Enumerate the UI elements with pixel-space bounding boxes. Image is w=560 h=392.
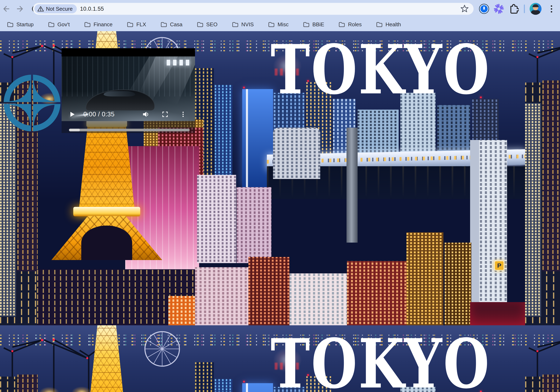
bookmark-folder-nvis[interactable]: NVIS (230, 20, 256, 29)
aircraft-warning-light (243, 381, 245, 382)
city-background-tile: P TOKYO (0, 325, 525, 392)
city-building (542, 80, 560, 271)
extensions-puzzle-icon (509, 4, 519, 14)
folder-icon (303, 21, 310, 27)
security-chip-label: Not Secure (46, 6, 73, 12)
bookmark-label: NVIS (241, 21, 254, 28)
profile-avatar[interactable] (530, 3, 541, 15)
bookmark-folder-casa[interactable]: Casa (159, 20, 184, 29)
city-building (17, 374, 38, 392)
video-seek-progress (69, 129, 80, 131)
city-background-tile: P TOKYO (525, 31, 560, 325)
city-building (168, 296, 197, 325)
play-icon (69, 111, 76, 118)
bookmark-label: Casa (170, 21, 182, 28)
tower-light-streak (246, 89, 248, 187)
city-building (542, 374, 560, 392)
city-building (215, 85, 232, 184)
bookmark-label: Startup (16, 21, 34, 28)
bookmark-label: Health (386, 21, 401, 28)
city-building (237, 187, 271, 263)
city-building (195, 267, 248, 325)
browser-window: Not Secure 10.0.1.55 (0, 0, 560, 392)
bookmark-folder-govt[interactable]: Gov't (46, 20, 71, 29)
mute-button[interactable] (140, 109, 151, 120)
back-icon (1, 4, 10, 13)
curved-white-building (273, 128, 320, 179)
bookmark-folder-finance[interactable]: Finance (82, 20, 114, 29)
garage-lights (167, 60, 189, 66)
toolbar-divider (524, 5, 525, 13)
video-controls: 0:00 / 0:35 (61, 109, 195, 120)
bookmark-label: Finance (94, 21, 113, 28)
browser-toolbar: Not Secure 10.0.1.55 (0, 0, 560, 18)
video-frame: 0:00 / 0:35 (61, 48, 195, 121)
video-overflow-menu-button[interactable] (178, 109, 189, 120)
aircraft-warning-light (243, 87, 245, 88)
folder-icon (127, 21, 133, 27)
folder-icon (339, 21, 345, 27)
concrete-pylon (347, 128, 358, 243)
bookmark-folder-seo[interactable]: SEO (195, 20, 219, 29)
red-lit-buildings (470, 302, 525, 325)
bookmark-label: Misc (278, 21, 289, 28)
bookmarks-bar: Startup Gov't Finance FLX Casa SEO NVIS … (0, 18, 560, 31)
password-manager-extension-button[interactable] (479, 3, 489, 14)
bookmark-folder-startup[interactable]: Startup (5, 20, 35, 29)
city-building (290, 273, 347, 325)
speaker-icon (142, 110, 150, 118)
tokyo-tower (68, 325, 146, 392)
forward-button[interactable] (16, 4, 25, 14)
city-building (0, 103, 16, 316)
chrome-menu-button[interactable] (546, 4, 556, 14)
video-time-display: 0:00 / 0:35 (83, 111, 115, 118)
play-button[interactable] (67, 109, 78, 120)
avatar-hair (532, 4, 539, 7)
security-chip[interactable]: Not Secure (34, 4, 77, 13)
city-building (406, 232, 443, 325)
extensions-menu-button[interactable] (508, 3, 519, 14)
address-bar[interactable]: Not Secure 10.0.1.55 (33, 3, 474, 15)
white-skyscraper (470, 140, 507, 302)
tower-light-streak (246, 383, 248, 392)
starburst-extension-button[interactable] (493, 3, 504, 14)
tower-shaft (68, 325, 146, 392)
folder-icon (268, 21, 275, 27)
bookmark-folder-roles[interactable]: Roles (337, 20, 363, 29)
hero-title: TOKYO (270, 330, 491, 392)
bookmark-folder-health[interactable]: Health (374, 20, 402, 29)
starburst-icon (494, 4, 504, 14)
avatar-shoulders (531, 10, 540, 15)
url-text[interactable]: 10.0.1.55 (80, 6, 104, 12)
fullscreen-button[interactable] (160, 109, 170, 120)
hero-title: TOKYO (270, 36, 491, 103)
bookmark-star-button[interactable] (460, 4, 469, 13)
tower-main-deck (73, 207, 140, 216)
fullscreen-icon (161, 111, 169, 118)
tower-legs (51, 216, 162, 260)
city-building (525, 103, 541, 316)
kebab-dot (551, 11, 552, 12)
folder-icon (376, 21, 383, 27)
folder-icon (232, 21, 239, 27)
bookmark-folder-flx[interactable]: FLX (125, 20, 148, 29)
bookmark-label: BBiE (312, 21, 324, 28)
video-seek-bar[interactable] (69, 129, 190, 131)
city-building (195, 362, 214, 392)
city-building (215, 379, 232, 392)
folder-icon (197, 21, 203, 27)
bookmark-folder-misc[interactable]: Misc (266, 20, 290, 29)
browser-chrome: Not Secure 10.0.1.55 (0, 0, 560, 31)
folder-icon (84, 21, 91, 27)
folder-icon (160, 21, 167, 27)
city-building (197, 175, 236, 263)
bookmark-label: Gov't (58, 21, 70, 28)
parking-sign: P (494, 261, 504, 271)
video-player[interactable]: 0:00 / 0:35 (61, 48, 195, 133)
webpage-content: P TOKYO (0, 31, 560, 392)
bookmark-folder-bbie[interactable]: BBiE (301, 20, 326, 29)
back-button[interactable] (1, 4, 11, 14)
kebab-dot (551, 5, 552, 7)
folder-icon (48, 21, 55, 27)
site-logo (2, 73, 61, 133)
